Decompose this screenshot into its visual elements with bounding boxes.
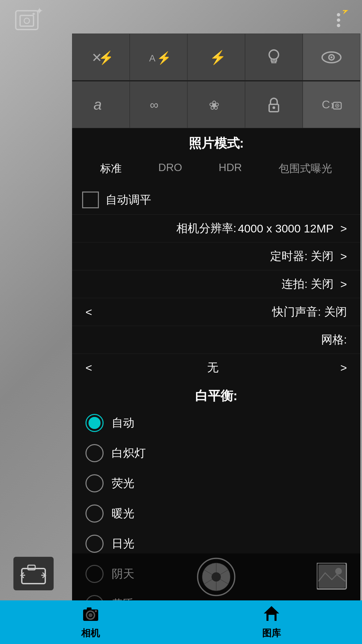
svg-text:⚡: ⚡ — [98, 50, 111, 65]
wb-title: 白平衡: — [72, 381, 360, 408]
wb-fluorescent-row: 荧光 — [72, 468, 360, 498]
focus-lock-button[interactable] — [245, 81, 303, 128]
shutter-button[interactable] — [196, 557, 236, 597]
svg-point-12 — [269, 50, 279, 59]
wb-incandescent-row: 白炽灯 — [72, 438, 360, 468]
svg-rect-14 — [272, 61, 276, 63]
svg-rect-37 — [87, 607, 92, 610]
focus-continuous-button[interactable]: C — [303, 81, 360, 128]
focus-mode-row: a ∞ ❀ C — [72, 81, 360, 128]
svg-text:A: A — [149, 53, 156, 63]
grid-title: 网格: — [321, 332, 347, 347]
add-photo-icon: ✦ — [15, 10, 39, 30]
svg-point-3 — [337, 13, 340, 16]
focus-a-button[interactable]: a — [72, 81, 130, 128]
nav-gallery[interactable]: 图库 — [181, 600, 362, 644]
wb-auto-row: 自动 — [72, 408, 360, 438]
auto-level-checkbox[interactable] — [82, 192, 99, 208]
focus-infinity-button[interactable]: ∞ — [130, 81, 187, 128]
flash-eye-button[interactable] — [303, 34, 360, 80]
shutter-left-arrow[interactable]: < — [85, 306, 92, 319]
resolution-row: 相机分辨率: 4000 x 3000 12MP > — [72, 214, 360, 242]
mode-bracket[interactable]: 包围式曝光 — [272, 159, 339, 179]
mode-standard[interactable]: 标准 — [94, 159, 128, 179]
timer-label: 定时器: 关闭 — [270, 249, 334, 264]
svg-rect-40 — [268, 615, 275, 621]
grid-right-arrow[interactable]: > — [340, 361, 347, 374]
wb-warm-radio[interactable] — [85, 504, 104, 523]
wb-auto-radio[interactable] — [85, 414, 104, 432]
resolution-value: 4000 x 3000 12MP — [238, 222, 334, 235]
grid-value-row: < 无 > — [72, 354, 360, 381]
shutter-row: < 快门声音: 关闭 — [72, 298, 360, 326]
burst-arrow[interactable]: > — [340, 278, 347, 291]
timer-row: 定时器: 关闭 > — [72, 242, 360, 270]
mode-hdr[interactable]: HDR — [212, 159, 248, 179]
svg-point-38 — [95, 610, 97, 612]
wb-incandescent-label: 白炽灯 — [112, 445, 146, 461]
shutter-area — [72, 553, 360, 600]
wb-incandescent-radio[interactable] — [85, 444, 104, 462]
svg-text:⚡: ⚡ — [341, 10, 349, 14]
mode-dro[interactable]: DRO — [152, 159, 189, 179]
wb-daylight-label: 日光 — [112, 536, 134, 551]
grid-title-row: 网格: — [72, 326, 360, 354]
gallery-nav-icon — [262, 605, 281, 626]
flash-bulb-button[interactable] — [245, 34, 303, 80]
photo-mode-options: 标准 DRO HDR 包围式曝光 — [72, 155, 360, 185]
flash-auto-button[interactable]: A ⚡ — [130, 34, 187, 80]
nav-gallery-label: 图库 — [262, 627, 281, 640]
shutter-label: 快门声音: 关闭 — [272, 304, 347, 320]
svg-point-28 — [212, 572, 221, 582]
svg-point-36 — [88, 613, 93, 617]
svg-point-22 — [273, 106, 275, 109]
focus-macro-button[interactable]: ❀ — [187, 81, 245, 128]
flash-off-button[interactable]: ✕ ⚡ — [72, 34, 130, 80]
resolution-title: 相机分辨率: — [176, 221, 236, 236]
wb-daylight-radio[interactable] — [85, 535, 104, 553]
resolution-arrow[interactable]: > — [340, 222, 347, 235]
wb-warm-label: 暖光 — [112, 506, 134, 521]
auto-level-row: 自动调平 — [72, 185, 360, 214]
timer-arrow[interactable]: > — [340, 250, 347, 263]
settings-panel: ✕ ⚡ A ⚡ ⚡ — [72, 34, 360, 644]
camera-nav-icon — [81, 605, 100, 626]
svg-point-17 — [330, 56, 333, 58]
flip-camera-button[interactable] — [13, 557, 54, 590]
svg-text:C: C — [322, 98, 330, 111]
photo-mode-title: 照片模式: — [72, 128, 360, 155]
auto-level-label: 自动调平 — [106, 192, 151, 208]
wb-auto-label: 自动 — [112, 415, 134, 431]
svg-text:∞: ∞ — [150, 98, 159, 112]
svg-text:❀: ❀ — [209, 98, 220, 112]
flash-on-button[interactable]: ⚡ — [187, 34, 245, 80]
nav-camera-label: 相机 — [81, 627, 100, 640]
svg-text:⚡: ⚡ — [157, 51, 169, 65]
gallery-thumbnail[interactable] — [317, 563, 347, 591]
grid-left-arrow[interactable]: < — [85, 361, 92, 374]
flash-mode-row: ✕ ⚡ A ⚡ ⚡ — [72, 34, 360, 80]
svg-point-4 — [337, 18, 340, 22]
more-options-button[interactable]: ⚡ — [328, 10, 349, 30]
burst-row: 连拍: 关闭 > — [72, 270, 360, 298]
svg-text:a: a — [94, 96, 102, 113]
add-photo-button[interactable]: ✦ — [13, 7, 40, 34]
svg-point-26 — [337, 105, 338, 106]
svg-point-1 — [24, 18, 29, 23]
svg-text:⚡: ⚡ — [209, 49, 226, 65]
svg-point-5 — [337, 24, 340, 27]
bottom-nav: 相机 图库 — [0, 600, 362, 644]
wb-warm-row: 暖光 — [72, 498, 360, 529]
grid-value: 无 — [92, 360, 334, 375]
wb-fluorescent-radio[interactable] — [85, 474, 104, 492]
burst-label: 连拍: 关闭 — [282, 276, 334, 292]
wb-fluorescent-label: 荧光 — [112, 476, 134, 491]
svg-text:✦: ✦ — [31, 13, 35, 17]
nav-camera[interactable]: 相机 — [0, 600, 181, 644]
top-bar: ✦ ⚡ — [0, 0, 362, 40]
svg-point-30 — [335, 568, 342, 575]
svg-rect-32 — [22, 569, 45, 584]
